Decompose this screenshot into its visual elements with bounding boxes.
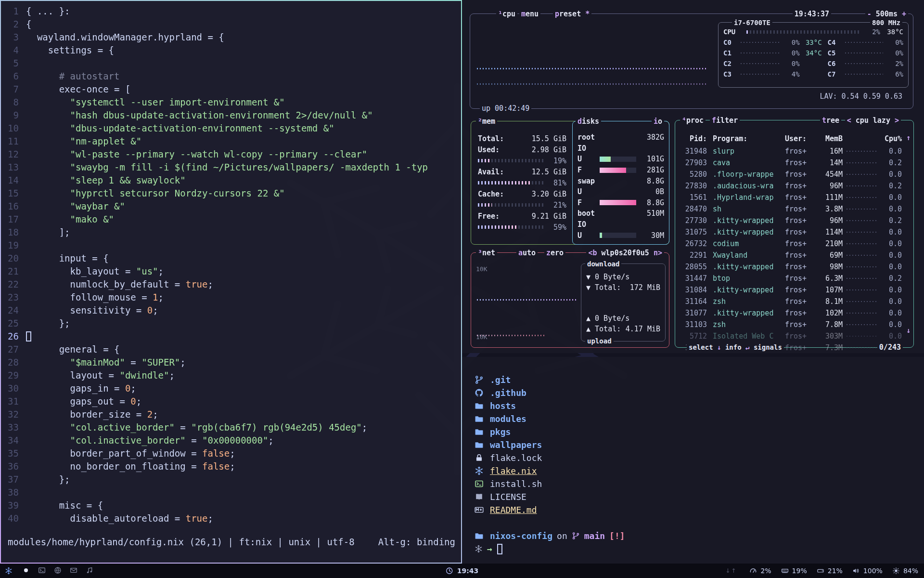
- net-box-title: ³net: [476, 248, 497, 258]
- net-zero-button[interactable]: zero: [544, 248, 565, 258]
- btop-disks-box: disks io root382GIOU101GF281Gswap8.8GU0B…: [572, 121, 669, 245]
- clock-module[interactable]: 19:43: [446, 567, 479, 575]
- nix-shell-icon: [475, 545, 483, 553]
- code-line: 17 "mako &": [1, 213, 461, 226]
- shell-prompt: nixos-config on main [!]: [475, 529, 924, 542]
- disks-title: disks: [576, 116, 601, 127]
- process-row[interactable]: 31164zshfros+8.1M0.0: [680, 296, 906, 307]
- desktop: 1{ ... }:2{3 wayland.windowManager.hyprl…: [0, 0, 924, 578]
- bar-module-memory[interactable]: 19%: [781, 567, 807, 575]
- process-row[interactable]: 27903cavafros+14M0.2: [680, 157, 906, 169]
- process-row[interactable]: 31075.kitty-wrappedfros+114M0.0: [680, 226, 906, 238]
- bar-module-disk[interactable]: 21%: [817, 567, 843, 575]
- process-row[interactable]: 31077.kitty-wrappedfros+102M0.0: [680, 307, 906, 319]
- cpu-frequency: 800 MHz: [870, 17, 902, 28]
- net-upload-graph: [477, 335, 544, 336]
- selected-count: 0/243: [877, 342, 903, 353]
- code-line: 2{: [1, 18, 461, 31]
- process-row[interactable]: 27730.kitty-wrappedfros+96M0.2: [680, 215, 906, 226]
- cpu-box-title: ¹cpu: [496, 9, 517, 19]
- workspace-terminal[interactable]: [38, 566, 46, 576]
- editor-code[interactable]: 1{ ... }:2{3 wayland.windowManager.hyprl…: [1, 5, 461, 525]
- cpu-total-row: CPU 2% 38°C: [723, 26, 903, 37]
- code-line: 35 border_part_of_window = false;: [1, 447, 461, 460]
- tree-toggle[interactable]: tree: [820, 115, 841, 126]
- process-row[interactable]: 28055.kitty-wrappedfros+98M0.0: [680, 261, 906, 273]
- mem-meter: 21%: [478, 199, 566, 210]
- scroll-down-arrow[interactable]: ↓: [906, 326, 911, 335]
- process-row[interactable]: 31084.kitty-wrappedfros+107M0.0: [680, 284, 906, 296]
- book-icon: [475, 492, 484, 501]
- bar-module-volume[interactable]: 100%: [852, 567, 883, 575]
- music-icon: [86, 566, 93, 574]
- process-row[interactable]: 5280.floorp-wrappefros+454M0.0: [680, 169, 906, 180]
- process-row[interactable]: 26732codiumfros+210M0.0: [680, 238, 906, 250]
- prompt-arrow: →: [487, 544, 492, 554]
- statusline-keyhint: Alt-g: binding: [378, 536, 455, 549]
- cpu-core-row: C34%: [723, 70, 822, 78]
- git-branch-name: main: [584, 531, 605, 541]
- io-mode-button[interactable]: io: [652, 116, 664, 127]
- terminal-window[interactable]: .git.githubhostsmodulespkgswallpapersfla…: [462, 357, 924, 564]
- tray-network-arrows-icon[interactable]: ↓↑: [725, 567, 737, 574]
- net-row: [586, 293, 660, 313]
- filter-button[interactable]: filter: [710, 115, 740, 126]
- bar-module-brightness[interactable]: 84%: [892, 567, 918, 575]
- cpu-total-pct: 2%: [863, 28, 880, 36]
- process-row[interactable]: 5712Isolated Web Cfros+303M0.0: [680, 330, 906, 342]
- preset-button[interactable]: preset *: [553, 9, 591, 19]
- mem-stat: Total:15.5 GiB: [478, 133, 566, 144]
- file-item: .git: [475, 373, 924, 386]
- btop-net-box: ³net auto zero <b wlp0s20f0u5 n> 10K 10K…: [471, 252, 669, 348]
- workspace-overview[interactable]: [22, 566, 30, 576]
- process-row[interactable]: 31948slurpfros+16M0.0: [680, 145, 906, 157]
- load-average: LAV: 0.54 0.59 0.63: [820, 92, 902, 101]
- code-line: 15 "hyprctl setcursor Nordzy-cursors 22 …: [1, 187, 461, 200]
- sort-selector[interactable]: < cpu lazy >: [845, 115, 901, 126]
- proc-box-title: ⁴proc: [680, 115, 706, 126]
- code-line: 22 numlock_by_default = true;: [1, 278, 461, 291]
- workspace-switcher: [22, 566, 93, 576]
- menu-button[interactable]: menu: [519, 9, 540, 19]
- process-row[interactable]: 28470shfros+3.8M0.0: [680, 203, 906, 215]
- cpu-core-row: C62%: [828, 60, 903, 67]
- net-totals-panel: download upload ▼ 0 Byte/s▼ Total:172 Mi…: [581, 263, 666, 342]
- disk-row: IO: [578, 219, 664, 230]
- net-row: ▼ Total:172 MiB: [586, 282, 660, 293]
- net-interface-switcher[interactable]: <b wlp0s20f0u5 n>: [586, 248, 664, 258]
- workspace-mail[interactable]: [70, 566, 77, 576]
- btop-cpu-box: ¹cpu menu preset * 19:43:37 - 500ms + i7…: [470, 13, 913, 109]
- disk-row: U0B: [578, 186, 664, 197]
- process-row[interactable]: 1561.Hyprland-wrapfros+111M0.0: [680, 192, 906, 203]
- lock-icon: [475, 453, 484, 462]
- terminal-cursor: [497, 544, 502, 554]
- cpu-usage-graph: [477, 43, 714, 101]
- process-row[interactable]: 31103zshfros+7.8M0.0: [680, 319, 906, 330]
- code-line: 19: [1, 239, 461, 252]
- net-auto-button[interactable]: auto: [516, 248, 538, 258]
- clock-icon: [446, 567, 453, 575]
- nixos-logo-icon[interactable]: [5, 567, 13, 575]
- editor-window[interactable]: 1{ ... }:2{3 wayland.windowManager.hyprl…: [0, 0, 462, 564]
- code-line: 34 "col.inactive_border" = "0x00000000";: [1, 434, 461, 447]
- workspace-music[interactable]: [86, 566, 93, 576]
- process-row[interactable]: 2291Xwaylandfros+69M0.0: [680, 250, 906, 261]
- shell-input-line[interactable]: →: [475, 542, 924, 555]
- folder-icon: [475, 531, 484, 540]
- cpu-total-label: CPU: [723, 28, 743, 36]
- code-line: 4 settings = {: [1, 44, 461, 57]
- disk-row: boot510M: [578, 208, 664, 219]
- mem-meter: 19%: [478, 155, 566, 166]
- mail-icon: [70, 566, 77, 574]
- disk-row: root382G: [578, 132, 664, 143]
- cpu-core-row: C20%: [723, 60, 822, 67]
- code-line: 8 "systemctl --user import-environment &…: [1, 96, 461, 109]
- process-row[interactable]: 27830.audacious-wrafros+96M0.2: [680, 180, 906, 192]
- scroll-up-arrow[interactable]: ↑: [906, 133, 911, 142]
- git-dirty-flag: [!]: [609, 531, 625, 541]
- code-line: 28 "$mainMod" = "SUPER";: [1, 356, 461, 369]
- process-row[interactable]: 31447btopfros+6.3M0.2: [680, 273, 906, 284]
- mem-stat: Free:9.21 GiB: [478, 210, 566, 222]
- workspace-browser[interactable]: [54, 566, 62, 576]
- bar-module-cpu[interactable]: 2%: [749, 567, 771, 575]
